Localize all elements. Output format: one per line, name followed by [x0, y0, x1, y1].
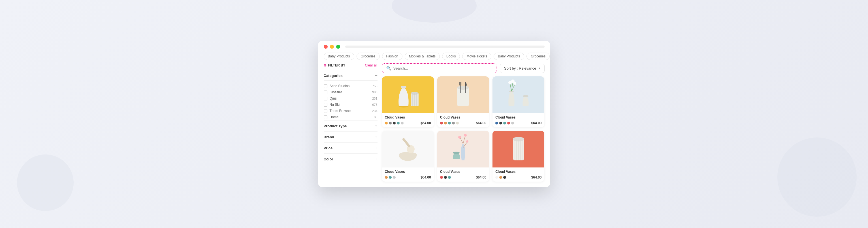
svg-point-28	[464, 134, 467, 137]
svg-point-20	[514, 82, 516, 85]
product-bottom-6: $64.00	[495, 175, 541, 180]
color-dot	[440, 176, 443, 179]
svg-line-27	[463, 136, 465, 144]
color-dot	[448, 122, 451, 125]
product-card-5[interactable]: Cloud Vases $64.00	[437, 131, 489, 182]
color-dot	[385, 176, 388, 179]
color-dot	[456, 122, 459, 125]
search-input[interactable]	[393, 66, 493, 70]
product-info-3: Cloud Vases $64.00	[493, 113, 544, 127]
color-dot	[495, 122, 498, 125]
product-name-6: Cloud Vases	[495, 170, 541, 174]
product-price-6: $64.00	[531, 175, 542, 180]
color-dot	[511, 122, 514, 125]
close-dot[interactable]	[324, 45, 328, 48]
svg-point-30	[466, 140, 468, 142]
tab-groceries-2[interactable]: Groceries	[526, 53, 550, 60]
checkbox-nu-skin[interactable]	[324, 103, 328, 107]
tab-books[interactable]: Books	[442, 53, 460, 60]
brand-section[interactable]: Brand +	[324, 131, 377, 142]
tab-fashion[interactable]: Fashion	[382, 53, 403, 60]
checkbox-qms[interactable]	[324, 97, 328, 100]
product-bottom-5: $64.00	[440, 175, 486, 180]
product-colors-1	[385, 122, 404, 125]
product-bottom-2: $64.00	[440, 121, 486, 125]
product-price-1: $64.00	[421, 121, 431, 125]
color-dot	[507, 122, 510, 125]
product-colors-3	[495, 122, 514, 125]
color-expand-icon: +	[375, 156, 377, 162]
product-bottom-4: $64.00	[385, 175, 431, 180]
color-dot	[393, 176, 396, 179]
filter-item-thom-browne: Thom Browne 234	[324, 108, 377, 114]
color-dot	[444, 176, 447, 179]
product-image-6	[493, 131, 544, 167]
price-section[interactable]: Price +	[324, 142, 377, 153]
checkbox-glossier[interactable]	[324, 91, 328, 94]
search-sort-bar: 🔍 Sort by : Relevance ▾	[382, 63, 545, 73]
product-price-4: $64.00	[421, 175, 431, 180]
checkbox-home[interactable]	[324, 116, 328, 119]
brand-label: Brand	[324, 135, 335, 139]
product-card-3[interactable]: Cloud Vases $64.00	[493, 76, 544, 127]
color-dot	[495, 176, 498, 179]
sort-label: Sort by : Relevance	[504, 66, 536, 70]
tab-baby-products-2[interactable]: Baby Products	[494, 53, 524, 60]
tab-movie-tickets[interactable]: Movie Tickets	[462, 53, 491, 60]
product-image-3	[493, 76, 544, 113]
count-acne-studios: 753	[372, 84, 377, 88]
sort-dropdown[interactable]: Sort by : Relevance ▾	[500, 64, 544, 73]
product-card-4[interactable]: Cloud Vases $64.00	[382, 131, 434, 182]
label-thom-browne: Thom Browne	[330, 109, 351, 113]
sidebar: ⇅ FILTER BY Clear all Categories − Acne …	[324, 63, 377, 182]
product-image-1	[382, 76, 434, 113]
price-label: Price	[324, 146, 333, 150]
right-side: 🔍 Sort by : Relevance ▾	[382, 63, 545, 182]
categories-collapse-icon[interactable]: −	[375, 73, 377, 78]
product-name-1: Cloud Vases	[385, 116, 431, 119]
color-dot	[448, 176, 451, 179]
title-bar	[318, 41, 550, 53]
product-type-section[interactable]: Product Type +	[324, 120, 377, 131]
product-card-2[interactable]: Cloud Vases $64.00	[437, 76, 489, 127]
color-dot	[503, 176, 506, 179]
tab-mobiles-tablets[interactable]: Mobiles & Tablets	[405, 53, 440, 60]
product-info-1: Cloud Vases $64.00	[382, 113, 434, 127]
tab-groceries-1[interactable]: Groceries	[356, 53, 380, 60]
color-dot	[393, 122, 396, 125]
product-bottom-3: $64.00	[495, 121, 541, 125]
svg-rect-7	[457, 88, 469, 106]
checkbox-thom-browne[interactable]	[324, 109, 328, 113]
filter-header: ⇅ FILTER BY Clear all	[324, 63, 377, 67]
color-dot	[452, 122, 455, 125]
brand-expand-icon: +	[375, 134, 377, 139]
product-grid: Cloud Vases $64.00	[382, 76, 545, 182]
clear-all-button[interactable]: Clear all	[365, 63, 377, 67]
filter-item-home: Home 98	[324, 114, 377, 120]
filter-item-nu-skin: Nu Skin 675	[324, 102, 377, 108]
product-price-2: $64.00	[476, 121, 486, 125]
product-card-6[interactable]: Cloud Vases $64.00	[493, 131, 544, 182]
product-info-2: Cloud Vases $64.00	[437, 113, 489, 127]
label-nu-skin: Nu Skin	[330, 103, 342, 107]
product-image-4	[382, 131, 434, 167]
checkbox-acne-studios[interactable]	[324, 84, 328, 88]
maximize-dot[interactable]	[336, 45, 340, 48]
color-section[interactable]: Color +	[324, 153, 377, 164]
product-info-6: Cloud Vases $64.00	[493, 167, 544, 182]
svg-line-25	[460, 138, 463, 144]
label-glossier: Glossier	[330, 90, 342, 94]
main-content: ⇅ FILTER BY Clear all Categories − Acne …	[318, 63, 550, 187]
color-dot	[397, 122, 400, 125]
color-label: Color	[324, 157, 333, 161]
tab-baby-products-1[interactable]: Baby Products	[324, 53, 354, 60]
svg-line-24	[404, 139, 409, 146]
product-colors-4	[385, 176, 396, 179]
minimize-dot[interactable]	[330, 45, 334, 48]
product-card-1[interactable]: Cloud Vases $64.00	[382, 76, 434, 127]
product-info-4: Cloud Vases $64.00	[382, 167, 434, 182]
color-dot	[385, 122, 388, 125]
sort-chevron-icon: ▾	[539, 66, 540, 70]
label-qms: Qms	[330, 96, 337, 100]
svg-point-21	[523, 95, 528, 97]
